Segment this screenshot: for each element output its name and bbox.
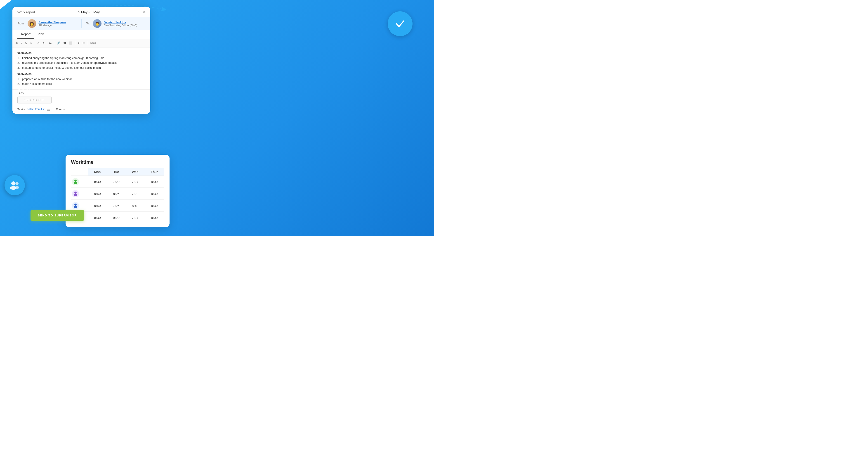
from-person-name[interactable]: Samantha Simpson — [38, 21, 66, 24]
close-button[interactable]: × — [143, 10, 145, 14]
svg-point-4 — [15, 186, 19, 189]
row-2-thur: 9:30 — [145, 188, 164, 200]
modal-from-to: From: 👩 Samantha Simpson PR Manager To: … — [12, 17, 150, 30]
col-mon: Mon — [88, 168, 107, 176]
row-2-wed: 7:20 — [126, 188, 145, 200]
svg-point-1 — [11, 181, 16, 185]
col-wed: Wed — [126, 168, 145, 176]
table-header-row: Mon Tue Wed Thur — [71, 168, 164, 176]
report-date-2: 05/07/2024 — [18, 72, 145, 77]
html-button[interactable]: html — [90, 41, 96, 45]
table-row: 8:30 7:20 7:27 9:00 — [71, 176, 164, 188]
to-avatar: 👨 — [93, 19, 101, 28]
report-date-1: 05/06/2024 — [18, 51, 145, 55]
user-avatar-blue — [72, 202, 79, 209]
svg-point-6 — [74, 180, 76, 182]
row-1-wed: 7:27 — [126, 176, 145, 188]
events-label: Events — [56, 108, 65, 111]
toolbar-separator-2 — [54, 41, 54, 45]
from-avatar: 👩 — [28, 19, 36, 28]
from-person-role: PR Manager — [38, 24, 66, 27]
worktime-title: Worktime — [71, 159, 164, 165]
modal-tabs: Report Plan — [12, 30, 150, 39]
col-avatar — [71, 168, 88, 176]
row-1-avatar — [71, 176, 88, 188]
row-4-thur: 9:00 — [145, 212, 164, 224]
tasks-section: Tasks select from list ☰ Events — [12, 105, 150, 114]
svg-point-10 — [74, 204, 76, 206]
files-label: Files — [18, 91, 145, 95]
to-person-role: Chief Marketing Officer (CMO) — [104, 24, 137, 27]
svg-point-9 — [74, 194, 77, 196]
row-3-thur: 9:30 — [145, 200, 164, 212]
font-increase-button[interactable]: A+ — [41, 41, 47, 45]
svg-point-11 — [74, 206, 77, 208]
svg-point-2 — [16, 182, 19, 185]
row-3-wed: 8:40 — [126, 200, 145, 212]
tab-plan[interactable]: Plan — [34, 30, 48, 39]
tasks-label: Tasks — [18, 108, 25, 111]
bold-button[interactable]: B — [15, 41, 20, 46]
image-button[interactable]: 🖼 — [62, 41, 67, 46]
modal-date-range: 5 May - 8 May — [78, 10, 100, 14]
box-button[interactable]: ⬜ — [68, 41, 74, 46]
toolbar-separator-4 — [88, 41, 88, 45]
report-item-1-3: 3. I crafted content for social media & … — [18, 66, 145, 70]
user-avatar-purple — [72, 190, 79, 197]
col-thur: Thur — [145, 168, 164, 176]
modal-header: Work report 5 May - 8 May × — [12, 7, 150, 17]
user-avatar-green — [72, 178, 79, 185]
from-person-info: Samantha Simpson PR Manager — [38, 21, 66, 27]
tab-report[interactable]: Report — [18, 30, 34, 39]
worktime-table: Mon Tue Wed Thur 8:30 7:20 7:27 9:00 — [71, 168, 164, 224]
editor-toolbar: B I U S A A+ A- 🔗 🖼 ⬜ ≡ ≔ html — [12, 39, 150, 48]
col-tue: Tue — [107, 168, 126, 176]
strikethrough-button[interactable]: S — [29, 41, 33, 46]
report-item-1-2: 2. I reviewed my proposal and submitted … — [18, 61, 145, 65]
report-item-2-2: 2. I made 4 customers calls — [18, 82, 145, 86]
report-item-2-1: 1. I prepared an outline for the new web… — [18, 77, 145, 82]
to-label: To: — [86, 22, 90, 25]
row-1-tue: 7:20 — [107, 176, 126, 188]
row-2-mon: 9:40 — [88, 188, 107, 200]
check-badge — [388, 11, 412, 36]
files-section: Files UPLOAD FILE — [12, 89, 150, 105]
italic-button[interactable]: I — [20, 41, 23, 46]
team-icon — [9, 179, 21, 191]
tasks-icon: ☰ — [47, 107, 50, 112]
svg-point-8 — [74, 191, 76, 194]
from-label: From: — [18, 22, 24, 25]
row-2-avatar — [71, 188, 88, 200]
font-color-button[interactable]: A — [36, 41, 41, 46]
to-section: To: 👨 Damian Jenkins Chief Marketing Off… — [81, 19, 146, 28]
table-row: 9:40 7:25 8:40 9:30 — [71, 200, 164, 212]
font-decrease-button[interactable]: A- — [48, 41, 53, 45]
work-report-modal: Work report 5 May - 8 May × From: 👩 Sama… — [12, 7, 150, 114]
row-3-mon: 9:40 — [88, 200, 107, 212]
to-person-info: Damian Jenkins Chief Marketing Officer (… — [104, 21, 137, 27]
link-button[interactable]: 🔗 — [56, 41, 61, 46]
row-4-mon: 8:30 — [88, 212, 107, 224]
table-row: 9:40 8:25 7:20 9:30 — [71, 188, 164, 200]
row-2-tue: 8:25 — [107, 188, 126, 200]
row-1-thur: 9:00 — [145, 176, 164, 188]
row-3-tue: 7:25 — [107, 200, 126, 212]
upload-file-button[interactable]: UPLOAD FILE — [18, 96, 52, 104]
row-4-wed: 7:27 — [126, 212, 145, 224]
select-from-list-link[interactable]: select from list — [27, 108, 44, 111]
to-person-name[interactable]: Damian Jenkins — [104, 21, 137, 24]
svg-point-7 — [74, 182, 77, 184]
unordered-list-button[interactable]: ≔ — [81, 41, 86, 46]
modal-title: Work report — [18, 10, 35, 14]
table-row: 8:30 9:20 7:27 9:00 — [71, 212, 164, 224]
row-3-avatar — [71, 200, 88, 212]
underline-button[interactable]: U — [24, 41, 29, 46]
toolbar-separator-1 — [35, 41, 35, 45]
row-1-mon: 8:30 — [88, 176, 107, 188]
report-item-1-1: 1. I finished analyzing the Spring marke… — [18, 56, 145, 61]
send-to-supervisor-button[interactable]: SEND TO SUPERVISOR — [31, 210, 84, 221]
team-badge — [4, 175, 25, 196]
ordered-list-button[interactable]: ≡ — [76, 41, 81, 46]
check-icon — [393, 17, 407, 31]
row-4-tue: 9:20 — [107, 212, 126, 224]
